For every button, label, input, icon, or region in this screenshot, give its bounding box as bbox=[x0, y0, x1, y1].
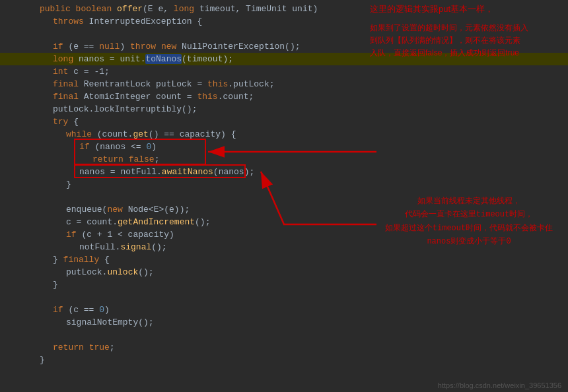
code-text: } bbox=[53, 255, 63, 265]
keyword: if bbox=[79, 142, 90, 152]
keyword: null bbox=[99, 42, 120, 51]
keyword: long bbox=[53, 54, 73, 64]
annotation2-line1: 如果当前线程未定其他线程， bbox=[376, 195, 561, 208]
code-line-if-nanos: if (nanos <= 0) bbox=[0, 141, 568, 153]
code-text: (nanos <= bbox=[90, 142, 147, 152]
method-name: offer bbox=[117, 4, 143, 14]
keyword: if bbox=[53, 42, 63, 51]
code-line: final AtomicInteger count = this.count; bbox=[0, 90, 568, 103]
code-text: (); bbox=[138, 267, 153, 277]
code-text: NullPointerException(); bbox=[176, 42, 300, 51]
code-line: } bbox=[0, 278, 568, 291]
keyword: throw bbox=[130, 42, 156, 51]
keyword: if bbox=[53, 305, 63, 315]
annotation-panel-1: 这里的逻辑其实跟put基本一样， 如果到了设置的超时时间，元素依然没有插入 到队… bbox=[370, 3, 561, 59]
keyword: final bbox=[53, 92, 79, 102]
annotation-text-2: 如果到了设置的超时时间，元素依然没有插入 bbox=[370, 22, 561, 34]
keyword-this: this bbox=[207, 79, 228, 89]
code-text: InterruptedException { bbox=[84, 16, 202, 26]
keyword: public bbox=[40, 4, 76, 14]
code-line-await-nanos: nanos = notFull.awaitNanos(nanos); bbox=[0, 166, 568, 178]
keyword: return bbox=[92, 154, 124, 164]
code-text: (timeout); bbox=[182, 54, 233, 64]
code-line: signalNotEmpty(); bbox=[0, 316, 568, 329]
code-text: enqueue( bbox=[66, 205, 107, 214]
code-text: { bbox=[99, 255, 110, 265]
code-text: c = count. bbox=[66, 217, 118, 227]
code-line: putLock.lockInterruptibly(); bbox=[0, 103, 568, 115]
keyword: new bbox=[161, 42, 176, 51]
annotation2-line2: 代码会一直卡在这里timeout时间， bbox=[376, 208, 561, 221]
code-text: ) bbox=[104, 305, 110, 315]
code-text: nanos = notFull. bbox=[79, 167, 162, 177]
code-text: putLock. bbox=[66, 267, 107, 277]
code-line: int c = -1; bbox=[0, 65, 568, 78]
code-text: ) bbox=[151, 142, 157, 152]
code-line: putLock.unlock(); bbox=[0, 266, 568, 278]
code-line: try { bbox=[0, 115, 568, 128]
code-text: (c + 1 < capacity) bbox=[77, 230, 174, 240]
code-line: final ReentrantLock putLock = this.putLo… bbox=[0, 78, 568, 90]
code-text: (count. bbox=[92, 129, 133, 139]
code-text: ; bbox=[155, 154, 160, 164]
code-text: () == capacity) { bbox=[149, 129, 236, 139]
keyword: new bbox=[107, 205, 122, 214]
annotation-text-1: 这里的逻辑其实跟put基本一样， bbox=[370, 3, 561, 16]
code-editor[interactable]: public boolean offer(E e, long timeout, … bbox=[0, 0, 568, 392]
code-text: ; bbox=[110, 343, 115, 352]
keyword: while bbox=[66, 129, 92, 139]
keyword: final bbox=[53, 79, 79, 89]
code-text: nanos = unit. bbox=[73, 54, 145, 64]
code-line bbox=[0, 291, 568, 304]
code-text: c = -1; bbox=[68, 67, 109, 77]
code-text: ReentrantLock putLock = bbox=[79, 79, 207, 89]
code-text: signalNotEmpty(); bbox=[66, 317, 154, 327]
number: 0 bbox=[146, 142, 151, 152]
method-name: unlock bbox=[107, 267, 138, 277]
keyword: throws bbox=[53, 16, 84, 26]
code-line-finally: } finally { bbox=[0, 253, 568, 266]
code-text: } bbox=[53, 280, 58, 290]
code-line: } bbox=[0, 178, 568, 191]
code-text: (); bbox=[195, 217, 210, 227]
code-text: (); bbox=[151, 242, 166, 252]
code-text bbox=[84, 343, 89, 352]
method-name: signal bbox=[120, 242, 151, 252]
code-line: return true; bbox=[0, 341, 568, 354]
code-text: .putLock; bbox=[228, 79, 274, 89]
code-line: while (count.get() == capacity) { bbox=[0, 128, 568, 141]
keyword: true bbox=[89, 343, 110, 352]
code-line: if (c == 0) bbox=[0, 304, 568, 316]
keyword: boolean bbox=[76, 4, 117, 14]
main-container: public boolean offer(E e, long timeout, … bbox=[0, 0, 568, 392]
code-text: } bbox=[40, 355, 45, 365]
code-text: timeout, TimeUnit unit) bbox=[194, 4, 318, 14]
annotation2-line4: nanos则变成小于等于0 bbox=[376, 235, 561, 248]
selected-method: toNanos bbox=[145, 54, 182, 64]
annotation2-line3: 如果超过这个timeout时间，代码就不会被卡住 bbox=[376, 222, 561, 235]
method-name: awaitNanos bbox=[162, 167, 213, 177]
method-name: get bbox=[133, 129, 148, 139]
code-text: } bbox=[66, 180, 71, 189]
code-text: (E e, bbox=[143, 4, 174, 14]
code-text: ) bbox=[120, 42, 130, 51]
code-text: .count; bbox=[218, 92, 254, 102]
code-text: notFull. bbox=[79, 242, 120, 252]
number: 0 bbox=[99, 305, 104, 315]
code-text: putLock.lockInterruptibly(); bbox=[53, 104, 197, 114]
keyword-finally: finally bbox=[63, 255, 100, 265]
keyword: try bbox=[53, 117, 68, 127]
watermark: https://blog.csdn.net/weixin_39651356 bbox=[438, 381, 561, 389]
code-text bbox=[124, 154, 129, 164]
method-name: getAndIncrement bbox=[118, 217, 195, 227]
code-text: (nanos); bbox=[213, 167, 254, 177]
annotation-panel-2: 如果当前线程未定其他线程， 代码会一直卡在这里timeout时间， 如果超过这个… bbox=[376, 195, 561, 249]
keyword-this: this bbox=[197, 92, 217, 102]
keyword: return bbox=[53, 343, 84, 352]
keyword: long bbox=[174, 4, 194, 14]
code-text: Node<E>(e)); bbox=[123, 205, 190, 214]
code-text: (e == bbox=[63, 42, 100, 51]
code-text bbox=[156, 42, 161, 51]
keyword: if bbox=[66, 230, 77, 240]
code-text: { bbox=[68, 117, 79, 127]
